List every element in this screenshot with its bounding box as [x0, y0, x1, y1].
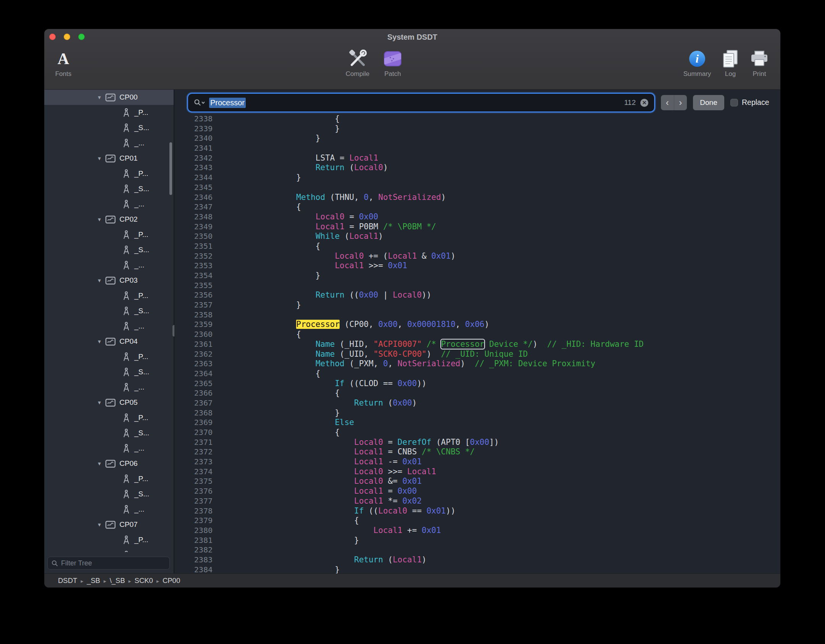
processor-object-icon: [105, 155, 116, 163]
find-bar: Processor 112 ✕ ‹ › Done Replace: [174, 90, 780, 116]
log-button[interactable]: Log: [714, 49, 746, 78]
tree-item-child[interactable]: _P...: [44, 349, 174, 364]
line-number: 2365: [174, 379, 213, 389]
breadcrumb-item[interactable]: CP00: [163, 576, 180, 584]
disclosure-triangle-icon[interactable]: ▼: [97, 95, 105, 100]
replace-label: Replace: [742, 98, 769, 107]
tree-item-cp01[interactable]: ▼CP01: [44, 151, 174, 166]
code-line: 2375 Local0 &= 0x01: [174, 477, 780, 486]
tree-item-child[interactable]: _P...: [44, 410, 174, 425]
processor-object-icon: [105, 338, 116, 346]
processor-object-icon: [105, 216, 116, 224]
code-line: 2374 Local0 >>= Local1: [174, 467, 780, 477]
breadcrumb-separator-icon: ▸: [103, 578, 106, 584]
tree-item-cp03[interactable]: ▼CP03: [44, 273, 174, 288]
tree-item-child[interactable]: _...: [44, 319, 174, 334]
fonts-button[interactable]: A Fonts: [44, 49, 82, 78]
patch-button[interactable]: Patch: [374, 49, 412, 78]
breadcrumb-item[interactable]: DSDT: [58, 576, 77, 584]
find-query-text: Processor: [209, 98, 246, 108]
tree-item-child[interactable]: _...: [44, 380, 174, 395]
tree-item-child[interactable]: _P...: [44, 227, 174, 242]
breadcrumb-item[interactable]: _SB: [87, 576, 100, 584]
line-number: 2356: [174, 290, 213, 300]
tree-item-child[interactable]: _P...: [44, 105, 174, 120]
line-number: 2382: [174, 545, 213, 555]
line-number: 2381: [174, 536, 213, 546]
disclosure-triangle-icon[interactable]: ▼: [97, 400, 105, 406]
tree-item-cp06[interactable]: ▼CP06: [44, 456, 174, 471]
code-line: 2343 Return (Local0): [174, 163, 780, 173]
tree-item-child[interactable]: _...: [44, 135, 174, 151]
line-number: 2349: [174, 222, 213, 232]
tree-item-cp02[interactable]: ▼CP02: [44, 212, 174, 227]
tree-item-child[interactable]: _...: [44, 502, 174, 517]
line-number: 2370: [174, 428, 213, 438]
print-button[interactable]: Print: [743, 49, 775, 78]
disclosure-triangle-icon[interactable]: ▼: [97, 522, 105, 528]
line-number: 2350: [174, 232, 213, 242]
line-number: 2380: [174, 526, 213, 536]
sidebar-tree[interactable]: ▼CP00_P..._S..._...▼CP01_P..._S..._...▼C…: [44, 90, 174, 552]
tree-item-child[interactable]: _S...: [44, 425, 174, 441]
code-editor[interactable]: 2338 {2339 }2340 }23412342 LSTA = Local1…: [174, 114, 780, 574]
code-line: 2354 }: [174, 271, 780, 281]
tree-item-child[interactable]: _P...: [44, 166, 174, 181]
tree-item-child[interactable]: _S...: [44, 547, 174, 552]
tree-item-cp04[interactable]: ▼CP04: [44, 334, 174, 349]
tree-item-child[interactable]: _S...: [44, 120, 174, 135]
code-line: 2359 Processor (CP00, 0x00, 0x00001810, …: [174, 320, 780, 330]
line-number: 2342: [174, 153, 213, 163]
filter-tree-field[interactable]: Filter Tree: [47, 557, 170, 570]
line-number: 2368: [174, 408, 213, 418]
code-line: 2353 Local1 >>= 0x01: [174, 261, 780, 271]
status-bar: DSDT▸_SB▸\_SB▸SCK0▸CP00: [44, 573, 780, 588]
method-icon: [122, 245, 131, 255]
find-input[interactable]: Processor 112 ✕: [189, 94, 654, 111]
tree-item-child[interactable]: _S...: [44, 242, 174, 258]
tree-item-child[interactable]: _P...: [44, 532, 174, 547]
disclosure-triangle-icon[interactable]: ▼: [97, 461, 105, 467]
line-number: 2351: [174, 242, 213, 251]
disclosure-triangle-icon[interactable]: ▼: [97, 278, 105, 283]
tree-item-cp00[interactable]: ▼CP00: [44, 90, 174, 105]
method-icon: [122, 322, 131, 331]
summary-button[interactable]: i Summary: [681, 49, 713, 78]
search-icon: [52, 560, 58, 567]
method-icon: [122, 428, 131, 438]
svg-text:i: i: [696, 52, 699, 65]
breadcrumb-item[interactable]: \_SB: [110, 576, 125, 584]
breadcrumb: DSDT▸_SB▸\_SB▸SCK0▸CP00: [58, 576, 180, 585]
tree-item-child[interactable]: _S...: [44, 181, 174, 196]
tree-item-child[interactable]: _P...: [44, 288, 174, 303]
compile-button[interactable]: Compile: [338, 49, 377, 78]
tree-item-child[interactable]: _P...: [44, 471, 174, 486]
disclosure-triangle-icon[interactable]: ▼: [97, 217, 105, 222]
tree-item-label: _...: [134, 444, 144, 452]
tree-item-child[interactable]: _...: [44, 258, 174, 273]
tree-item-child[interactable]: _S...: [44, 486, 174, 502]
code-line: 2357 }: [174, 300, 780, 310]
search-options-icon[interactable]: [194, 99, 205, 106]
line-number: 2384: [174, 565, 213, 574]
disclosure-triangle-icon[interactable]: ▼: [97, 156, 105, 161]
breadcrumb-item[interactable]: SCK0: [135, 576, 153, 584]
find-previous-button[interactable]: ‹: [661, 95, 674, 110]
tree-item-label: _P...: [134, 536, 148, 544]
sidebar-scrollbar-thumb[interactable]: [169, 142, 172, 195]
method-icon: [122, 413, 131, 423]
tree-item-child[interactable]: _S...: [44, 364, 174, 380]
tree-item-child[interactable]: _S...: [44, 303, 174, 319]
line-number: 2340: [174, 134, 213, 143]
method-icon: [122, 108, 131, 118]
done-button[interactable]: Done: [693, 95, 724, 110]
tree-item-child[interactable]: _...: [44, 441, 174, 456]
clear-search-icon[interactable]: ✕: [640, 99, 648, 107]
find-next-button[interactable]: ›: [674, 95, 687, 110]
processor-object-icon: [105, 399, 116, 407]
disclosure-triangle-icon[interactable]: ▼: [97, 339, 105, 345]
replace-checkbox[interactable]: [730, 99, 738, 106]
tree-item-cp05[interactable]: ▼CP05: [44, 395, 174, 410]
tree-item-child[interactable]: _...: [44, 196, 174, 212]
tree-item-cp07[interactable]: ▼CP07: [44, 517, 174, 532]
